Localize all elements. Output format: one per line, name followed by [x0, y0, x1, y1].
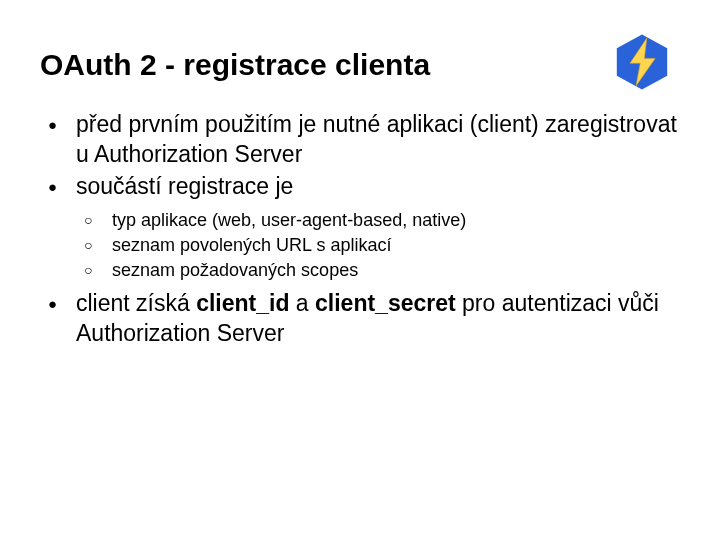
slide-title: OAuth 2 - registrace clienta [40, 48, 680, 82]
lightning-hexagon-icon [612, 32, 672, 92]
main-bullet-list: před prvním použitím je nutné aplikaci (… [40, 110, 680, 349]
bullet-item: součástí registrace je typ aplikace (web… [48, 172, 680, 283]
sub-bullet-item: seznam požadovaných scopes [84, 258, 680, 283]
sub-bullet-list: typ aplikace (web, user-agent-based, nat… [76, 208, 680, 284]
text-fragment: a [289, 290, 315, 316]
text-fragment: client získá [76, 290, 196, 316]
sub-bullet-item: typ aplikace (web, user-agent-based, nat… [84, 208, 680, 233]
sub-bullet-item: seznam povolených URL s aplikací [84, 233, 680, 258]
client-secret-label: client_secret [315, 290, 456, 316]
bullet-item: client získá client_id a client_secret p… [48, 289, 680, 349]
client-id-label: client_id [196, 290, 289, 316]
bullet-item: před prvním použitím je nutné aplikaci (… [48, 110, 680, 170]
bullet-text: součástí registrace je [76, 173, 293, 199]
